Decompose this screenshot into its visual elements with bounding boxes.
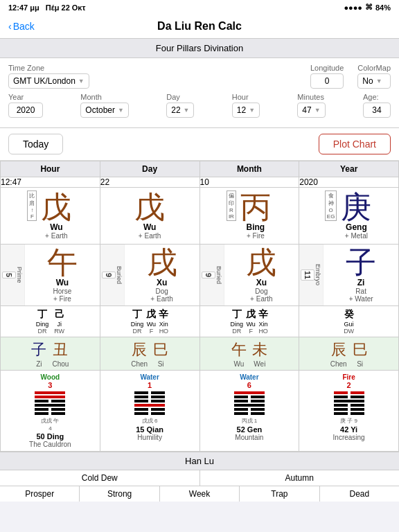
- trap-cell: Trap: [240, 486, 319, 502]
- time-year: 2020: [299, 177, 399, 188]
- age-label: Age:: [363, 93, 391, 101]
- stem-hour: 比肩↑F 戊 Wu + Earth: [1, 188, 100, 245]
- minutes-label: Minutes: [297, 93, 325, 101]
- col-year: Year: [299, 161, 399, 177]
- chevron-down-icon6: ▼: [314, 107, 321, 114]
- status-icons: ●●●● ⌘ 84%: [344, 3, 391, 12]
- signal-icon: ●●●●: [344, 3, 362, 12]
- strong-cell: Strong: [80, 486, 159, 502]
- nav-title: Da Liu Ren Calc: [157, 20, 242, 33]
- hex-hour: Wood 3 戊戌 午 4: [1, 371, 100, 452]
- month-label: Month: [80, 93, 129, 101]
- han-lu-bottom-row: Prosper Strong Week Trap Dead: [0, 486, 399, 502]
- nav-bar: ‹ Back Da Liu Ren Calc: [0, 15, 399, 39]
- hex-year: Fire 2 庚 子 9 42 Yi Increasing: [299, 371, 399, 452]
- branch-day: Buried 9 戌 Xu Dog + Earth: [100, 245, 200, 306]
- stem-year: 食神OEG 庚 Geng + Metal: [299, 188, 399, 245]
- colormap-label: ColorMap: [357, 64, 391, 72]
- timezone-select[interactable]: GMT UK/London ▼: [8, 73, 89, 89]
- han-lu-sub-row: Cold Dew Autumn: [0, 470, 399, 486]
- week-cell: Week: [160, 486, 240, 502]
- year-input[interactable]: 2020: [8, 103, 43, 118]
- status-bar: 12:47 μμ Πέμ 22 Οκτ ●●●● ⌘ 84%: [0, 0, 399, 15]
- prosper-cell: Prosper: [0, 486, 80, 502]
- plot-chart-button[interactable]: Plot Chart: [319, 134, 391, 154]
- chevron-down-icon5: ▼: [249, 107, 255, 114]
- chevron-down-icon: ▼: [78, 78, 85, 85]
- branch-year: Embryo 11 子 Zi Rat + Water: [299, 245, 399, 306]
- hidden-day: 丁 Ding DR 戊 Wu F 辛 Xin HO: [100, 306, 200, 337]
- longitude-input[interactable]: 0: [310, 73, 344, 89]
- battery-icon: 84%: [375, 3, 391, 12]
- form-container: Time Zone GMT UK/London ▼ Longitude 0 Co…: [0, 58, 399, 128]
- earthly-year: 辰 Chen 巳 Si: [299, 337, 399, 371]
- longitude-label: Longitude: [310, 64, 344, 72]
- hex-day: Water 1 戊戌 6 15 Qian Humility: [100, 371, 200, 452]
- stem-day: 戊 Wu + Earth: [100, 188, 200, 245]
- branch-month: Buried 9 戌 Xu Dog + Earth: [200, 245, 299, 306]
- time-hour: 12:47: [1, 177, 100, 188]
- stem-month: 偏印RIR 丙 Bing + Fire: [200, 188, 299, 245]
- earthly-day: 辰 Chen 巳 Si: [100, 337, 200, 371]
- back-label: Back: [13, 21, 35, 32]
- autumn-cell: Autumn: [200, 470, 400, 486]
- col-hour: Hour: [1, 161, 100, 177]
- hex-month: Water 6 丙戌 1 52 Gen Mountain: [200, 371, 299, 452]
- hour-select[interactable]: 12 ▼: [232, 103, 260, 118]
- status-time: 12:47 μμ Πέμ 22 Οκτ: [8, 3, 85, 12]
- chevron-down-icon2: ▼: [376, 78, 382, 85]
- back-button[interactable]: ‹ Back: [8, 21, 35, 32]
- han-lu-section: Han Lu Cold Dew Autumn Prosper Strong We…: [0, 452, 399, 502]
- colormap-select[interactable]: No ▼: [357, 73, 391, 89]
- hidden-month: 丁 Ding DR 戊 Wu F 辛 Xin HO: [200, 306, 299, 337]
- today-button[interactable]: Today: [8, 134, 63, 154]
- wifi-icon: ⌘: [365, 3, 373, 12]
- minutes-select[interactable]: 47 ▼: [297, 103, 325, 118]
- dead-cell: Dead: [320, 486, 399, 502]
- branch-hour: Prime 5 午 Wu Horse + Fire: [1, 245, 100, 306]
- hidden-year: 癸 Gui DW: [299, 306, 399, 337]
- chevron-down-icon3: ▼: [118, 107, 124, 114]
- section-header: Four Pillars Divination: [0, 39, 399, 58]
- time-day: 22: [100, 177, 200, 188]
- chevron-down-icon4: ▼: [184, 107, 190, 114]
- day-select[interactable]: 22 ▼: [166, 103, 194, 118]
- year-label: Year: [8, 93, 43, 101]
- pillars-section: Hour Day Month Year 12:47 22 10 2020 比肩↑…: [0, 161, 399, 452]
- time-month: 10: [200, 177, 299, 188]
- earthly-hour: 子 Zi 丑 Chou: [1, 337, 100, 371]
- han-lu-header: Han Lu: [0, 452, 399, 470]
- col-month: Month: [200, 161, 299, 177]
- age-input[interactable]: 34: [363, 103, 391, 118]
- timezone-label: Time Zone: [8, 64, 89, 72]
- col-day: Day: [100, 161, 200, 177]
- month-select[interactable]: October ▼: [80, 103, 129, 118]
- hidden-hour: 丁 Ding DR 己 Ji RW: [1, 306, 100, 337]
- chevron-left-icon: ‹: [8, 21, 12, 32]
- button-row: Today Plot Chart: [0, 128, 399, 161]
- day-label: Day: [166, 93, 194, 101]
- cold-dew-cell: Cold Dew: [0, 470, 200, 486]
- hour-label: Hour: [232, 93, 260, 101]
- earthly-month: 午 Wu 未 Wei: [200, 337, 299, 371]
